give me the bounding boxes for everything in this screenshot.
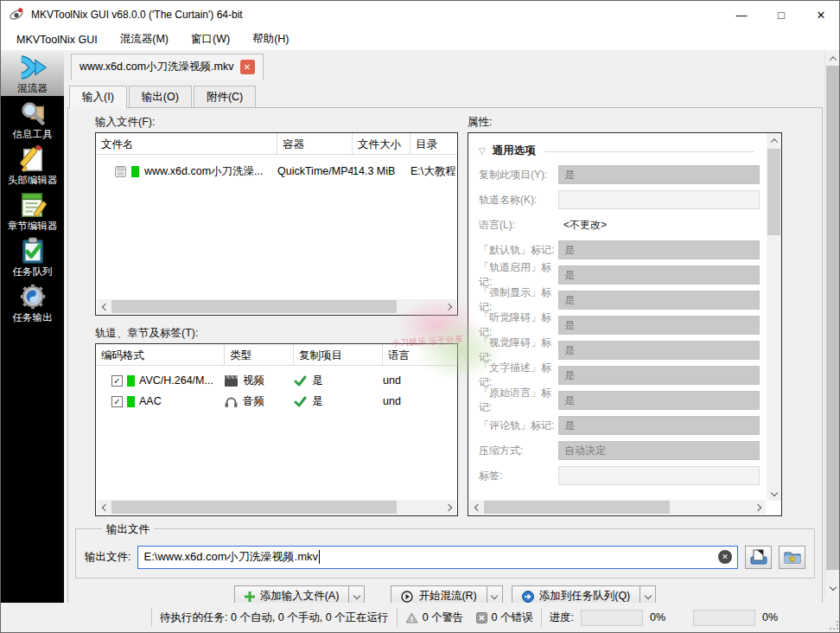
- track-checkbox[interactable]: ✓: [111, 375, 123, 387]
- original-language-select[interactable]: 是: [558, 391, 760, 410]
- track-enabled-select[interactable]: 是: [558, 265, 760, 285]
- input-files-header: 文件名 容器 文件大小 目录: [96, 133, 457, 155]
- scroll-down-icon[interactable]: [767, 486, 781, 501]
- track-codec: AAC: [139, 395, 162, 407]
- sidebar-item-job-output[interactable]: 任务输出: [1, 279, 64, 325]
- output-file-value: E:\www.x6d.com小刀洗澡视频.mkv: [143, 549, 318, 565]
- general-options-section[interactable]: ▽ 通用选项: [468, 133, 767, 165]
- sidebar-item-multiplexer[interactable]: 混流器: [1, 50, 64, 96]
- button-label: 添加输入文件(A): [260, 589, 340, 604]
- sidebar-item-header-editor[interactable]: 头部编辑器: [1, 142, 64, 188]
- column-header[interactable]: 目录: [410, 133, 457, 154]
- scrollbar-thumb[interactable]: [111, 501, 397, 514]
- check-icon: [294, 396, 307, 407]
- properties-panel: ▽ 通用选项 复制此项目(Y): 是 轨道名称(K): 语言(L): <不更改>…: [468, 132, 782, 516]
- scroll-right-icon[interactable]: [751, 500, 766, 515]
- visual-impaired-select[interactable]: 是: [558, 341, 760, 360]
- clear-input-icon[interactable]: ✕: [718, 550, 732, 564]
- close-button[interactable]: ✕: [801, 1, 840, 29]
- tracks-hscrollbar[interactable]: [97, 500, 456, 515]
- column-header[interactable]: 语言: [383, 344, 457, 365]
- menu-help[interactable]: 帮助(H): [244, 29, 297, 49]
- menu-window[interactable]: 窗口(W): [182, 29, 239, 49]
- browse-output-button[interactable]: [745, 546, 772, 569]
- input-files-label: 输入文件(F):: [95, 115, 155, 130]
- file-tab[interactable]: www.x6d.com小刀洗澡视频.mkv ✕: [71, 54, 264, 80]
- column-header[interactable]: 复制项目: [294, 344, 383, 365]
- tags-input[interactable]: [558, 466, 760, 485]
- file-container: QuickTime/MP4: [277, 165, 353, 177]
- main-vscrollbar[interactable]: [824, 51, 839, 596]
- tab-attachments[interactable]: 附件(C): [194, 86, 256, 107]
- scrollbar-thumb[interactable]: [484, 501, 670, 514]
- column-header[interactable]: 文件名: [96, 133, 277, 154]
- track-type: 视频: [243, 374, 264, 388]
- hearing-impaired-select[interactable]: 是: [558, 316, 760, 335]
- sidebar-item-job-queue[interactable]: 任务队列: [1, 233, 64, 279]
- app-logo-icon: [9, 7, 24, 22]
- input-files-hscrollbar[interactable]: [97, 299, 456, 314]
- scroll-left-icon[interactable]: [469, 500, 484, 515]
- sidebar-item-label: 信息工具: [13, 128, 53, 141]
- sidebar-item-chapter-editor[interactable]: 章节编辑器: [1, 188, 64, 233]
- column-header[interactable]: 容器: [277, 133, 353, 154]
- minimize-button[interactable]: —: [722, 1, 761, 29]
- track-name-input[interactable]: [558, 190, 760, 209]
- scrollbar-thumb[interactable]: [111, 300, 397, 313]
- tab-input[interactable]: 输入(I): [69, 86, 127, 108]
- language-select[interactable]: <不更改>: [558, 215, 760, 234]
- compression-select[interactable]: 自动决定: [558, 441, 760, 460]
- window-controls: — □ ✕: [722, 1, 840, 29]
- track-row-video[interactable]: ✓ AVC/H.264/M... 视频: [96, 370, 457, 391]
- scroll-up-icon[interactable]: [825, 51, 840, 66]
- track-color-swatch: [127, 375, 135, 387]
- menu-multiplexer[interactable]: 混流器(M): [111, 29, 177, 49]
- sidebar-item-info-tool[interactable]: 信息工具: [1, 96, 64, 142]
- text-description-select[interactable]: 是: [558, 366, 760, 385]
- maximize-button[interactable]: □: [761, 1, 801, 29]
- track-language: und: [383, 395, 457, 407]
- field-label: 标签:: [479, 469, 558, 483]
- tab-output[interactable]: 输出(O): [129, 86, 192, 107]
- output-folder-button[interactable]: ★: [779, 546, 805, 569]
- sidebar-item-label: 混流器: [17, 82, 48, 95]
- field-label: 「评论轨」标记:: [479, 419, 558, 433]
- scroll-down-icon[interactable]: [825, 580, 840, 595]
- resize-grip[interactable]: [830, 621, 838, 630]
- scrollbar-thumb[interactable]: [826, 66, 839, 570]
- track-copy-flag: 是: [312, 394, 323, 409]
- output-file-group: 输出文件 输出文件: E:\www.x6d.com小刀洗澡视频.mkv ✕: [75, 528, 815, 579]
- mkvtoolnix-window: MKVToolNix GUI v68.0.0 ('The Curtain') 6…: [0, 0, 840, 633]
- scroll-right-icon[interactable]: [442, 299, 456, 314]
- progress-label: 进度:: [550, 611, 574, 625]
- column-header[interactable]: 类型: [225, 344, 294, 365]
- sidebar-item-label: 章节编辑器: [8, 220, 58, 233]
- header-editor-icon: [18, 145, 48, 173]
- forced-display-select[interactable]: 是: [558, 291, 760, 310]
- commentary-select[interactable]: 是: [558, 416, 760, 435]
- play-icon: [401, 591, 413, 603]
- warnings-count: 0 个警告: [423, 611, 464, 625]
- warning-icon: [405, 612, 418, 623]
- scroll-up-icon[interactable]: [767, 133, 781, 148]
- copy-item-select[interactable]: 是: [558, 165, 760, 184]
- input-file-row[interactable]: www.x6d.com小刀洗澡... QuickTime/MP4 14.3 Mi…: [96, 160, 457, 182]
- track-checkbox[interactable]: ✓: [111, 396, 123, 407]
- column-header[interactable]: 编码格式: [96, 344, 225, 365]
- window-title: MKVToolNix GUI v68.0.0 ('The Curtain') 6…: [31, 9, 243, 21]
- tab-close-icon[interactable]: ✕: [240, 60, 255, 74]
- scroll-left-icon[interactable]: [97, 500, 111, 515]
- menu-mkvtoolnix-gui[interactable]: MKVToolNix GUI: [8, 31, 106, 48]
- field-label: 「原始语言」标记:: [479, 386, 558, 415]
- column-header[interactable]: 文件大小: [353, 133, 410, 154]
- properties-hscrollbar[interactable]: [469, 500, 766, 515]
- properties-vscrollbar[interactable]: [767, 133, 781, 501]
- properties-label: 属性:: [468, 115, 492, 130]
- track-row-audio[interactable]: ✓ AAC 音频: [96, 391, 457, 412]
- scroll-right-icon[interactable]: [442, 500, 456, 515]
- tracks-table: 编码格式 类型 复制项目 语言 ✓ AVC/H.264/M...: [95, 343, 458, 516]
- scrollbar-thumb[interactable]: [767, 149, 780, 235]
- default-track-select[interactable]: 是: [558, 240, 760, 259]
- output-file-input[interactable]: E:\www.x6d.com小刀洗澡视频.mkv ✕: [137, 546, 738, 569]
- scroll-left-icon[interactable]: [97, 299, 111, 314]
